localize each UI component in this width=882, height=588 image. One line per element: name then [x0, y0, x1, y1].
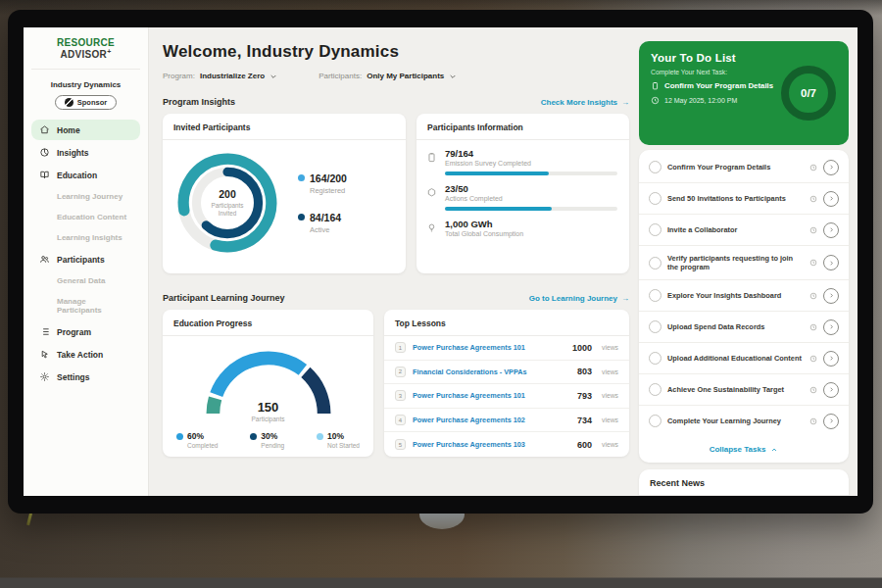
task-checkbox[interactable]: [649, 192, 662, 205]
legend-item-registered: 164/200 Registered: [298, 172, 347, 195]
card-title: Invited Participants: [163, 114, 406, 140]
rank-badge: 2: [395, 367, 406, 377]
clock-icon: [809, 323, 817, 331]
task-go-button[interactable]: [823, 160, 839, 175]
sidebar-item-learning-journey[interactable]: Learning Journey: [31, 187, 140, 206]
tasks-card: Confirm Your Program Details Send 50 Inv…: [639, 150, 849, 463]
sidebar-item-insights[interactable]: Insights: [31, 142, 140, 163]
sidebar-item-settings[interactable]: Settings: [31, 367, 140, 387]
task-row[interactable]: Invite a Collaborator: [639, 215, 849, 246]
check-more-insights-link[interactable]: Check More Insights →: [541, 98, 629, 107]
education-progress-card: Education Progress 150 Participants: [163, 310, 373, 457]
task-checkbox[interactable]: [649, 289, 662, 302]
info-value: 1,000 GWh: [445, 219, 617, 229]
task-checkbox[interactable]: [649, 383, 662, 396]
education-progress-gauge-chart: 150 Participants: [195, 342, 342, 424]
task-go-button[interactable]: [823, 191, 839, 207]
legend-item-not-started: 10% Not Started: [317, 431, 360, 449]
task-row[interactable]: Verify participants requesting to join t…: [639, 246, 849, 280]
info-row-survey: 79/164 Emission Survey Completed: [416, 140, 629, 175]
chevron-right-icon: [828, 386, 835, 393]
collapse-tasks-link[interactable]: Collapse Tasks: [639, 436, 849, 457]
sidebar-item-label: Education Content: [57, 213, 126, 221]
sidebar-item-home[interactable]: Home: [31, 120, 140, 140]
page-title: Welcome, Industry Dynamics: [163, 42, 629, 62]
task-go-button[interactable]: [823, 382, 839, 398]
lesson-link[interactable]: Power Purchase Agreements 102: [413, 416, 570, 424]
progress-bar: [445, 172, 617, 175]
sidebar-item-general-data[interactable]: General Data: [31, 271, 140, 290]
sidebar-item-participants[interactable]: Participants: [31, 249, 140, 270]
collapse-label: Collapse Tasks: [710, 445, 766, 454]
info-value: 79/164: [445, 148, 617, 159]
todo-progress-value: 0/7: [801, 87, 816, 99]
sidebar-item-manage-participants[interactable]: Manage Participants: [31, 292, 140, 319]
task-label: Confirm Your Program Details: [667, 163, 804, 172]
sidebar-item-education[interactable]: Education: [31, 165, 140, 185]
task-checkbox[interactable]: [649, 257, 662, 270]
task-row[interactable]: Upload Additional Educational Content: [639, 343, 849, 374]
sidebar-item-label: Settings: [57, 372, 90, 382]
task-row[interactable]: Send 50 Invitations to Participants: [639, 183, 849, 215]
task-label: Explore Your Insights Dashboard: [667, 291, 804, 301]
views-suffix: views: [602, 392, 618, 399]
logo-resource: RESOURCE: [57, 37, 115, 48]
task-row[interactable]: Complete Your Learning Journey: [639, 406, 849, 436]
task-go-button[interactable]: [823, 319, 839, 335]
task-row[interactable]: Upload Spend Data Records: [639, 312, 849, 343]
task-row[interactable]: Achieve One Sustainability Target: [639, 374, 849, 406]
program-filter[interactable]: Program: Industrialize Zero: [163, 72, 277, 80]
chevron-right-icon: [828, 292, 835, 299]
info-label: Total Global Consumption: [445, 230, 617, 237]
sidebar-item-take-action[interactable]: Take Action: [31, 344, 140, 365]
task-go-button[interactable]: [823, 414, 839, 429]
task-checkbox[interactable]: [649, 223, 662, 236]
info-value: 23/50: [445, 183, 617, 194]
rank-badge: 4: [395, 415, 406, 425]
info-label: Emission Survey Completed: [445, 160, 617, 167]
task-checkbox[interactable]: [649, 161, 662, 173]
task-go-button[interactable]: [823, 255, 839, 270]
task-go-button[interactable]: [823, 351, 839, 367]
lesson-link[interactable]: Power Purchase Agreements 101: [413, 391, 570, 400]
chevron-right-icon: [828, 164, 835, 171]
task-row[interactable]: Confirm Your Program Details: [639, 152, 849, 183]
task-go-button[interactable]: [823, 222, 839, 238]
clock-icon: [809, 292, 817, 300]
task-checkbox[interactable]: [649, 320, 662, 333]
dashboard-screen: RESOURCE ADVISOR+ Industry Dynamics Spon…: [24, 27, 858, 496]
sidebar-item-program[interactable]: Program: [31, 321, 140, 342]
lesson-link[interactable]: Financial Considerations - VPPAs: [413, 368, 570, 376]
chevron-right-icon: [828, 417, 835, 424]
go-to-learning-journey-link[interactable]: Go to Learning Journey →: [529, 294, 629, 303]
card-title: Top Lessons: [384, 310, 629, 336]
task-checkbox[interactable]: [649, 352, 662, 365]
views-count: 1000: [572, 343, 592, 353]
lesson-row: 3 Power Purchase Agreements 101 793 view…: [384, 384, 629, 409]
lesson-link[interactable]: Power Purchase Agreements 103: [413, 440, 570, 449]
task-label: Verify participants requesting to join t…: [667, 254, 804, 272]
chevron-up-icon: [770, 446, 778, 454]
chevron-down-icon: [270, 73, 277, 80]
sponsor-badge[interactable]: Sponsor: [55, 95, 117, 110]
sidebar-item-label: Learning Insights: [57, 233, 122, 242]
sponsor-badge-label: Sponsor: [77, 98, 107, 107]
legend-dot: [250, 433, 257, 440]
progress-bar: [445, 207, 617, 211]
lesson-link[interactable]: Power Purchase Agreements 101: [413, 343, 565, 352]
sidebar-item-education-content[interactable]: Education Content: [31, 208, 140, 226]
task-row[interactable]: Explore Your Insights Dashboard: [639, 280, 849, 312]
gauge-center-value: 150: [195, 400, 342, 415]
rank-badge: 5: [395, 439, 406, 450]
participants-filter[interactable]: Participants: Only My Participants: [318, 72, 457, 80]
sponsor-badge-icon: [65, 98, 74, 107]
task-go-button[interactable]: [823, 288, 839, 304]
donut-center-value: 200: [219, 188, 236, 200]
task-checkbox[interactable]: [649, 415, 662, 427]
sidebar-item-label: General Data: [57, 276, 105, 285]
arrow-right-icon: →: [621, 294, 629, 303]
section-title-learning-journey: Participant Learning Journey: [163, 293, 285, 303]
legend-value: 164/200: [310, 172, 347, 184]
sidebar-item-learning-insights[interactable]: Learning Insights: [31, 228, 140, 247]
legend-value: 60%: [187, 431, 204, 441]
